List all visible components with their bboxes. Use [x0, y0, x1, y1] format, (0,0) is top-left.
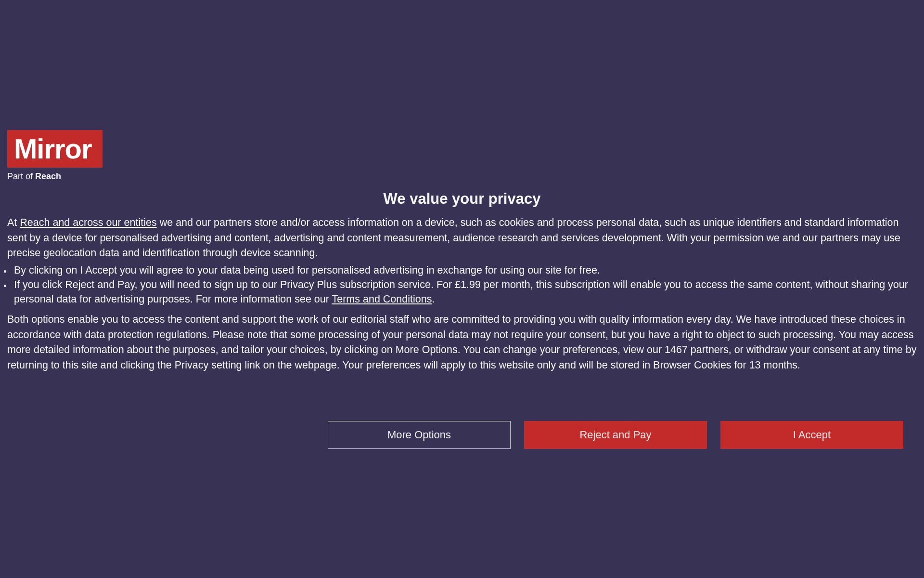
accept-button[interactable]: I Accept	[720, 421, 903, 449]
options-list: By clicking on I Accept you will agree t…	[7, 263, 917, 306]
brand-logo: Mirror Part of Reach	[7, 130, 103, 182]
more-options-button[interactable]: More Options	[328, 421, 511, 449]
bullet2-post: .	[432, 293, 435, 305]
bullet2-pre: If you click Reject and Pay, you will ne…	[14, 279, 908, 305]
intro-prefix: At	[7, 217, 20, 228]
details-paragraph: Both options enable you to access the co…	[7, 312, 917, 373]
brand-logo-text: Mirror	[7, 130, 103, 168]
button-row: More Options Reject and Pay I Accept	[7, 421, 917, 449]
dialog-heading: We value your privacy	[7, 190, 917, 208]
entities-link[interactable]: Reach and across our entities	[20, 217, 156, 228]
list-item: By clicking on I Accept you will agree t…	[12, 263, 917, 277]
privacy-dialog: Mirror Part of Reach We value your priva…	[7, 130, 917, 449]
brand-sub-prefix: Part of	[7, 171, 35, 181]
list-item: If you click Reject and Pay, you will ne…	[12, 277, 917, 306]
terms-link[interactable]: Terms and Conditions	[332, 293, 432, 305]
reject-and-pay-button[interactable]: Reject and Pay	[524, 421, 707, 449]
intro-paragraph: At Reach and across our entities we and …	[7, 215, 917, 261]
brand-sub-bold: Reach	[35, 171, 61, 181]
brand-subtext: Part of Reach	[7, 171, 103, 182]
